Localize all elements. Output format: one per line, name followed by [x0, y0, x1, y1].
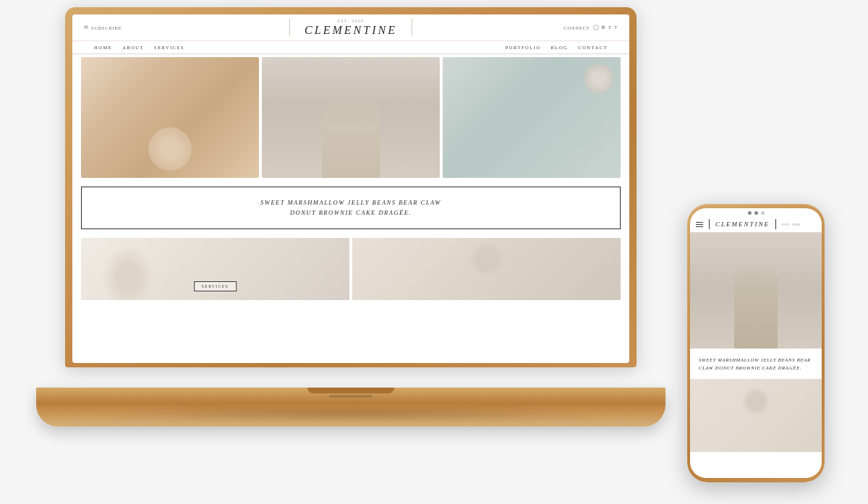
status-dot-3 — [761, 211, 765, 215]
est-label: EST. 2000 — [305, 19, 397, 23]
nav-blog[interactable]: BLOG — [551, 45, 569, 50]
site-nav: HOME ABOUT SERVICES PORTFOLIO BLOG CONTA… — [72, 41, 629, 54]
phone-quote: SWEET MARSHMALLOW JELLY BEANS BEAR CLAW … — [690, 349, 822, 380]
nav-left: HOME ABOUT SERVICES — [94, 45, 184, 50]
nav-contact[interactable]: CONTACT — [578, 45, 608, 50]
quote-text: SWEET MARSHMALLOW JELLY BEANS BEAR CLAW … — [103, 197, 598, 218]
photo-5 — [352, 238, 621, 300]
facebook-icon[interactable]: f — [608, 25, 612, 30]
services-button[interactable]: SERVICES — [194, 281, 237, 291]
phone-quote-text: SWEET MARSHMALLOW JELLY BEANS BEAR CLAW … — [699, 356, 813, 372]
nav-about[interactable]: ABOUT — [122, 45, 144, 50]
social-icons: ◯ ⊕ f t — [593, 25, 618, 30]
photo-3 — [443, 57, 621, 178]
status-dot-2 — [754, 211, 758, 215]
nav-divider-right — [775, 219, 776, 229]
hamburger-icon[interactable] — [696, 222, 703, 227]
photo-grid-bottom: SERVICES — [72, 235, 629, 300]
photo-grid-top — [72, 54, 629, 181]
header-brand: EST. 2000 CLEMENTINE — [289, 19, 412, 36]
phone-main-image — [690, 233, 822, 349]
connect-label: connect — [563, 25, 590, 30]
phone-brand-name: CLEMENTINE — [715, 221, 770, 228]
connect-section: connect ◯ ⊕ f t — [412, 25, 618, 30]
photo-4: SERVICES — [81, 238, 349, 300]
nav-right: PORTFOLIO BLOG CONTACT — [506, 45, 608, 50]
nav-services[interactable]: SERVICES — [154, 45, 184, 50]
phone-status-bar — [690, 208, 822, 216]
nav-divider-left — [709, 219, 710, 229]
site-header: ✉ subscribe EST. 2000 CLEMENTINE connect… — [72, 14, 629, 54]
twitter-icon[interactable]: t — [614, 25, 618, 30]
laptop-mockup: ✉ subscribe EST. 2000 CLEMENTINE connect… — [36, 7, 665, 427]
phone-mockup: CLEMENTINE EST. 2000 SWEET MARSHMALLOW J… — [687, 204, 825, 482]
instagram-icon[interactable]: ◯ — [593, 25, 600, 30]
pinterest-icon[interactable]: ⊕ — [601, 25, 606, 30]
quote-box: SWEET MARSHMALLOW JELLY BEANS BEAR CLAW … — [81, 187, 621, 229]
laptop-screen: ✉ subscribe EST. 2000 CLEMENTINE connect… — [65, 7, 637, 367]
subscribe-label[interactable]: subscribe — [91, 25, 122, 30]
envelope-icon: ✉ — [84, 25, 89, 30]
nav-portfolio[interactable]: PORTFOLIO — [506, 45, 541, 50]
photo-2 — [262, 57, 440, 178]
phone-nav: CLEMENTINE EST. 2000 — [690, 216, 822, 233]
photo-1 — [81, 57, 259, 178]
phone-bottom-image — [690, 380, 822, 452]
brand-name: CLEMENTINE — [305, 24, 397, 36]
phone-est-label: EST. 2000 — [782, 223, 801, 226]
nav-home[interactable]: HOME — [94, 45, 112, 50]
website-screen: ✉ subscribe EST. 2000 CLEMENTINE connect… — [72, 14, 629, 363]
laptop-shadow — [99, 406, 603, 421]
phone-screen: CLEMENTINE EST. 2000 SWEET MARSHMALLOW J… — [690, 208, 822, 478]
subscribe-section: ✉ subscribe — [84, 25, 289, 30]
header-top-bar: ✉ subscribe EST. 2000 CLEMENTINE connect… — [72, 14, 629, 41]
status-dot-1 — [748, 211, 752, 215]
